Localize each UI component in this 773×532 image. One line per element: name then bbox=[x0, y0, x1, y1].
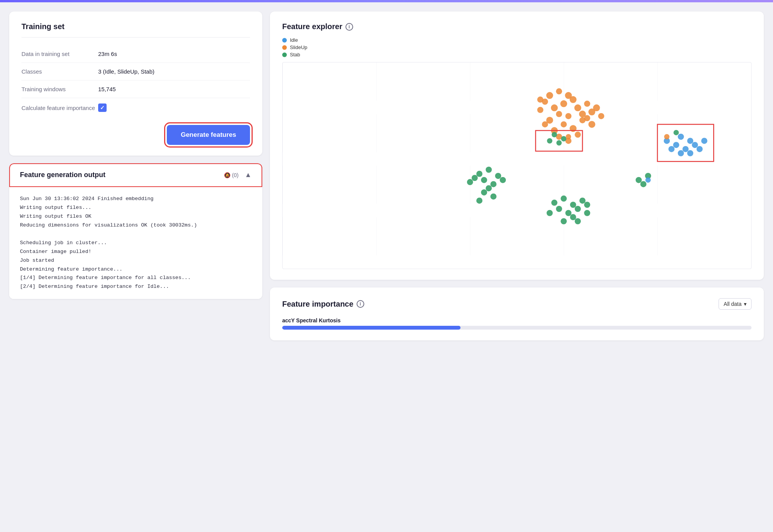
feature-bar-fill bbox=[282, 326, 461, 330]
feature-importance-info-icon[interactable]: i bbox=[357, 300, 364, 308]
svg-point-44 bbox=[467, 179, 473, 185]
feature-explorer-label: Feature explorer bbox=[282, 22, 342, 31]
svg-point-58 bbox=[584, 210, 590, 216]
svg-point-75 bbox=[645, 177, 651, 183]
svg-point-73 bbox=[664, 134, 669, 140]
svg-point-22 bbox=[537, 97, 543, 103]
svg-point-8 bbox=[565, 113, 571, 119]
svg-point-70 bbox=[687, 150, 693, 156]
svg-point-41 bbox=[481, 189, 487, 195]
feature-importance-header: Feature importance i All data ▾ bbox=[282, 298, 752, 310]
generate-btn-wrapper: Generate features bbox=[21, 125, 250, 145]
svg-point-50 bbox=[565, 210, 571, 216]
svg-point-25 bbox=[593, 104, 600, 111]
svg-point-6 bbox=[556, 111, 562, 117]
svg-point-19 bbox=[565, 92, 572, 99]
svg-point-63 bbox=[678, 134, 684, 140]
legend-label-slideup: SlideUp bbox=[290, 44, 308, 50]
bell-count: (0) bbox=[232, 172, 238, 178]
feature-bar-item: accY Spectral Kurtosis bbox=[282, 317, 752, 330]
calculate-feature-importance-checkbox[interactable] bbox=[98, 103, 107, 112]
svg-point-21 bbox=[546, 92, 553, 99]
svg-point-1 bbox=[551, 104, 558, 111]
legend-label-idle: Idle bbox=[290, 37, 298, 43]
svg-point-3 bbox=[560, 100, 567, 107]
feature-explorer-title: Feature explorer i bbox=[282, 22, 752, 31]
svg-point-35 bbox=[476, 171, 482, 177]
svg-point-67 bbox=[683, 146, 689, 152]
output-body: Sun Jun 30 13:36:02 2024 Finished embedd… bbox=[9, 187, 262, 299]
feature-importance-label: Feature importance bbox=[282, 300, 354, 309]
legend-dot-stab bbox=[282, 53, 287, 57]
dropdown-label: All data bbox=[724, 301, 742, 307]
row-label: Classes bbox=[21, 63, 98, 80]
legend-item-stab: Stab bbox=[282, 52, 752, 57]
info-icon[interactable]: i bbox=[345, 23, 353, 31]
svg-point-32 bbox=[556, 140, 562, 146]
row-value: 23m 6s bbox=[98, 45, 250, 63]
table-row: Classes 3 (Idle, SlideUp, Stab) bbox=[21, 63, 250, 80]
legend-item-slideup: SlideUp bbox=[282, 44, 752, 50]
svg-point-56 bbox=[561, 218, 567, 224]
svg-point-72 bbox=[701, 138, 707, 144]
svg-point-57 bbox=[575, 218, 581, 224]
row-value bbox=[98, 98, 250, 118]
output-log: Sun Jun 30 13:36:02 2024 Finished embedd… bbox=[20, 195, 252, 291]
generate-features-button[interactable]: Generate features bbox=[167, 125, 250, 145]
svg-point-10 bbox=[584, 101, 590, 107]
svg-point-24 bbox=[584, 115, 590, 121]
feature-generation-output-card: Feature generation output 🔕 (0) ▲ Sun Ju… bbox=[9, 163, 262, 299]
svg-point-42 bbox=[490, 194, 497, 200]
svg-point-71 bbox=[697, 146, 703, 152]
svg-point-65 bbox=[687, 138, 693, 144]
svg-point-49 bbox=[556, 206, 562, 212]
output-header: Feature generation output 🔕 (0) ▲ bbox=[9, 163, 262, 187]
legend-dot-idle bbox=[282, 38, 287, 43]
svg-point-66 bbox=[668, 146, 674, 152]
main-content: Training set Data in training set 23m 6s… bbox=[0, 2, 773, 532]
svg-point-31 bbox=[547, 138, 553, 143]
legend-label-stab: Stab bbox=[290, 52, 300, 57]
table-row: Data in training set 23m 6s bbox=[21, 45, 250, 63]
output-header-right: 🔕 (0) ▲ bbox=[224, 171, 252, 179]
svg-point-46 bbox=[551, 200, 558, 206]
row-value: 3 (Idle, SlideUp, Stab) bbox=[98, 63, 250, 80]
feature-bar-track bbox=[282, 326, 752, 330]
svg-point-18 bbox=[575, 131, 581, 138]
svg-point-40 bbox=[486, 185, 492, 191]
svg-point-52 bbox=[579, 197, 586, 204]
output-header-left: Feature generation output bbox=[20, 171, 105, 179]
svg-point-68 bbox=[678, 150, 684, 156]
legend-item-idle: Idle bbox=[282, 37, 752, 43]
svg-point-74 bbox=[673, 130, 679, 135]
svg-point-64 bbox=[673, 142, 679, 148]
training-set-card: Training set Data in training set 23m 6s… bbox=[9, 11, 262, 156]
scatter-plot[interactable] bbox=[282, 62, 752, 269]
svg-point-38 bbox=[490, 181, 497, 187]
training-table: Data in training set 23m 6s Classes 3 (I… bbox=[21, 45, 250, 117]
table-row: Training windows 15,745 bbox=[21, 80, 250, 98]
svg-point-4 bbox=[537, 107, 543, 113]
svg-point-14 bbox=[542, 121, 548, 127]
svg-point-43 bbox=[476, 197, 482, 204]
svg-point-33 bbox=[566, 134, 571, 140]
svg-point-54 bbox=[547, 210, 553, 216]
collapse-icon[interactable]: ▲ bbox=[245, 171, 252, 179]
table-row: Calculate feature importance bbox=[21, 98, 250, 118]
bell-muted-icon: 🔕 bbox=[224, 172, 230, 178]
svg-point-26 bbox=[598, 113, 604, 119]
row-value: 15,745 bbox=[98, 80, 250, 98]
svg-point-20 bbox=[556, 88, 562, 94]
svg-point-37 bbox=[481, 177, 487, 183]
svg-point-17 bbox=[589, 121, 595, 128]
output-title: Feature generation output bbox=[20, 171, 105, 179]
row-label: Training windows bbox=[21, 80, 98, 98]
feature-bar-label: accY Spectral Kurtosis bbox=[282, 317, 752, 323]
svg-point-45 bbox=[500, 177, 506, 183]
right-panel: Feature explorer i Idle SlideUp Stab bbox=[270, 11, 764, 523]
svg-point-47 bbox=[561, 195, 567, 202]
all-data-dropdown[interactable]: All data ▾ bbox=[719, 298, 752, 310]
bell-muted-indicator[interactable]: 🔕 (0) bbox=[224, 172, 238, 178]
svg-point-29 bbox=[552, 132, 557, 137]
svg-point-39 bbox=[472, 175, 478, 181]
